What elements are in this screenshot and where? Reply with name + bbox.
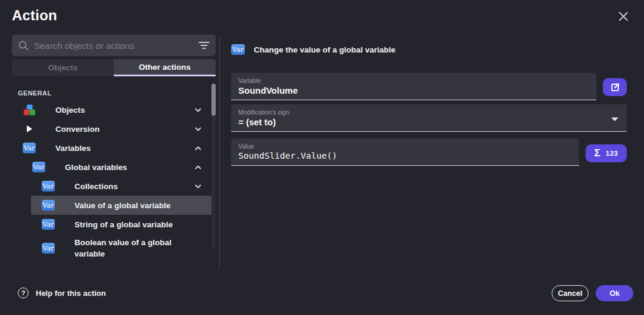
tree-item-label: Conversion (55, 123, 99, 135)
variable-field-value: SoundVolume (238, 85, 589, 95)
search-icon (18, 40, 29, 51)
action-tree: GENERAL Objects Conversion Var (0, 84, 219, 273)
chevron-down-icon (194, 125, 203, 134)
triangle-right-icon (23, 125, 36, 132)
value-field-value: SoundSlider.Value() (238, 151, 572, 160)
tree-item-label: Global variables (65, 162, 127, 173)
sign-field-value: = (set to) (238, 117, 620, 127)
tree-item-collections[interactable]: Var Collections (0, 177, 219, 196)
open-in-new-icon (609, 82, 621, 93)
tree-group-label: GENERAL (0, 84, 219, 100)
sign-field-label: Modification's sign (238, 109, 620, 116)
search-bar[interactable] (12, 35, 216, 56)
cancel-button[interactable]: Cancel (552, 285, 589, 301)
tree-item-label: String of a global variable (74, 219, 173, 230)
tree-item-conversion[interactable]: Conversion (0, 119, 219, 138)
action-header: Var Change the value of a global variabl… (231, 44, 396, 55)
tree-item-label: Variables (55, 143, 91, 154)
tab-objects[interactable]: Objects (12, 59, 114, 76)
open-variable-editor-button[interactable] (603, 78, 627, 96)
tree-item-value-of-global-variable[interactable]: Var Value of a global variable (31, 196, 212, 215)
chevron-up-icon (194, 163, 203, 172)
var-badge-icon: Var (42, 181, 55, 192)
variable-field[interactable]: Variable SoundVolume (231, 73, 596, 100)
tree-item-variables[interactable]: Var Variables (0, 138, 219, 158)
tree-item-global-variables[interactable]: Var Global variables (0, 158, 219, 177)
var-badge-icon: Var (23, 143, 36, 153)
objects-cubes-icon (23, 104, 36, 116)
var-badge-icon: Var (32, 162, 45, 172)
search-input[interactable] (34, 41, 198, 51)
modification-sign-select[interactable]: Modification's sign = (set to) (231, 104, 627, 132)
ok-button[interactable]: Ok (596, 285, 633, 301)
chevron-down-icon (194, 182, 203, 191)
dropdown-caret-icon (611, 118, 618, 121)
var-badge-icon: Var (42, 219, 55, 230)
tree-item-string-of-global-variable[interactable]: Var String of a global variable (0, 215, 219, 234)
sigma-icon: Σ (595, 147, 601, 159)
scrollbar-thumb[interactable] (211, 84, 216, 116)
variable-field-label: Variable (238, 77, 589, 84)
sigma-button-digits: 123 (606, 150, 618, 157)
tree-item-label: Boolean value of a global variable (74, 237, 197, 260)
var-badge-icon: Var (231, 44, 245, 55)
value-field[interactable]: Value SoundSlider.Value() (231, 138, 579, 166)
tree-item-label: Value of a global variable (74, 200, 170, 211)
tree-item-objects[interactable]: Objects (0, 100, 219, 119)
chevron-down-icon (194, 106, 203, 115)
filter-icon[interactable] (198, 41, 210, 50)
help-link[interactable]: ? Help for this action (18, 288, 106, 298)
help-icon: ? (18, 288, 29, 298)
action-title: Change the value of a global variable (254, 45, 396, 54)
help-label: Help for this action (36, 289, 106, 298)
expression-builder-button[interactable]: Σ 123 (586, 144, 627, 162)
tab-other-actions[interactable]: Other actions (114, 59, 216, 76)
tree-item-boolean-of-global-variable[interactable]: Var Boolean value of a global variable (0, 234, 219, 262)
page-title: Action (12, 7, 57, 24)
var-badge-icon: Var (42, 200, 55, 211)
action-dialog: Action Objects Other actions GENERAL (0, 0, 644, 315)
tab-bar: Objects Other actions (12, 59, 216, 76)
var-badge-icon: Var (42, 243, 55, 254)
value-field-label: Value (238, 143, 572, 150)
tree-item-label: Collections (74, 181, 118, 192)
panel-divider (219, 35, 220, 270)
action-config-panel: Var Change the value of a global variabl… (231, 0, 627, 274)
chevron-up-icon (194, 144, 203, 153)
tree-item-label: Objects (55, 104, 85, 116)
